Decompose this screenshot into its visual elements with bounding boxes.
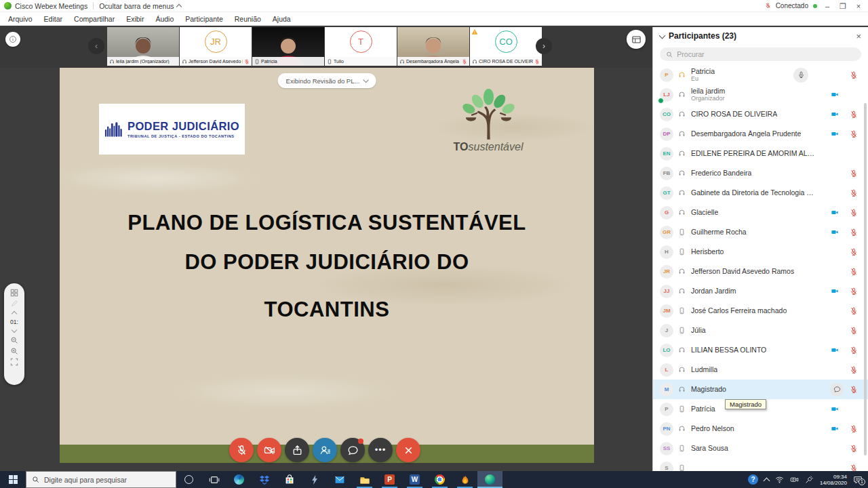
menu-ajuda[interactable]: Ajuda [273, 15, 291, 23]
chevron-down-icon [363, 77, 368, 82]
video-thumbnail[interactable]: TTulio [325, 27, 397, 66]
start-button[interactable] [0, 471, 26, 488]
participant-avatar: JM [660, 304, 673, 318]
participant-row[interactable]: GRGuilherme Rocha [653, 222, 868, 242]
menu-arquivo[interactable]: Arquivo [8, 15, 33, 23]
edge-button[interactable] [226, 471, 252, 488]
fullscreen-icon[interactable] [10, 358, 18, 366]
chat-button[interactable] [340, 438, 365, 462]
participant-row[interactable]: COCIRO ROSA DE OLIVEIRA [653, 104, 868, 124]
participants-search-input[interactable] [677, 50, 855, 58]
layout-grid-button[interactable] [627, 30, 646, 49]
participant-row[interactable]: ENEDILENE PEREIRA DE AMORIM ALFAIX NATAR… [653, 144, 868, 163]
action-center-button[interactable]: 1 [853, 475, 863, 485]
close-window-button[interactable]: × [853, 1, 864, 11]
taskbar-clock[interactable]: 09:3414/08/2020 [820, 474, 847, 486]
sharing-indicator-dropdown[interactable]: Exibindo Revisão do PL... [278, 73, 376, 88]
participant-avatar: S [660, 462, 673, 472]
start-video-button[interactable] [257, 438, 281, 462]
menu-exibir[interactable]: Exibir [126, 15, 144, 23]
participant-row[interactable]: GGlacielle [653, 203, 868, 222]
scroll-left-button[interactable]: ‹ [88, 38, 104, 54]
task-view-button[interactable] [201, 471, 226, 488]
participant-row[interactable]: DPDesembargadora Ângela Prudente [653, 124, 868, 144]
mic-muted-icon [534, 59, 540, 64]
participant-row[interactable]: PNPedro Nelson [653, 419, 868, 439]
participant-row[interactable]: HHerisberto [653, 242, 868, 262]
participant-row[interactable]: JRJefferson David Asevedo Ramos [653, 262, 868, 281]
menu-editar[interactable]: Editar [44, 15, 62, 23]
usb-connector-icon[interactable] [805, 475, 814, 484]
participant-row[interactable]: LJleila jardimOrganizador [653, 85, 868, 104]
meeting-control-bar: ••• [229, 438, 420, 462]
menu-participante[interactable]: Participante [185, 15, 222, 23]
panel-scrollbar[interactable] [864, 103, 867, 455]
video-thumbnail[interactable]: Desembargadora Ângela P... [397, 27, 469, 66]
next-slide-button[interactable] [12, 327, 17, 333]
meeting-info-button[interactable] [5, 32, 20, 47]
zoom-out-icon[interactable] [10, 347, 18, 355]
task-view-icon [209, 474, 220, 485]
participants-search[interactable] [660, 47, 861, 61]
minimize-button[interactable]: – [822, 1, 833, 11]
chat-with-participant-button[interactable] [830, 383, 844, 396]
collapse-panel-icon[interactable] [659, 32, 666, 39]
app-flame-button[interactable] [452, 471, 477, 488]
menu-reuniao[interactable]: Reunião [235, 15, 261, 23]
maximize-button[interactable]: ❐ [837, 1, 848, 11]
powerpoint-button[interactable]: P [377, 471, 402, 488]
chrome-button[interactable] [427, 471, 452, 488]
previous-slide-button[interactable] [12, 311, 17, 317]
participant-row[interactable]: LOLILIAN BESSA OLINTO [653, 340, 868, 360]
thumbnail-grid-icon[interactable] [10, 289, 18, 297]
share-content-button[interactable] [285, 438, 309, 462]
file-explorer-button[interactable] [352, 471, 377, 488]
more-options-button[interactable]: ••• [368, 438, 393, 462]
participant-name: Patrícia [691, 405, 715, 413]
dropbox-button[interactable] [252, 471, 277, 488]
leave-meeting-button[interactable] [396, 438, 420, 462]
participants-button[interactable] [313, 438, 337, 462]
taskbar-search[interactable] [26, 471, 176, 488]
participant-row[interactable]: MMagistrado [653, 380, 868, 399]
menu-audio[interactable]: Áudio [155, 15, 174, 23]
participant-row[interactable]: PPatriciaEu [653, 65, 868, 85]
video-thumbnail[interactable]: COCIRO ROSA DE OLIVEIRA [470, 27, 542, 66]
unmute-button[interactable] [229, 438, 254, 462]
taskbar-search-input[interactable] [44, 476, 170, 484]
app-lightning-button[interactable] [302, 471, 327, 488]
tosustentavel-logo: TOsustentável [434, 88, 542, 156]
camera-on-icon [830, 425, 841, 432]
menu-compartilhar[interactable]: Compartilhar [74, 15, 115, 23]
participant-avatar: P [660, 403, 673, 416]
video-thumbnail[interactable]: leila jardim (Organizador) [107, 27, 179, 66]
video-thumbnail[interactable]: Patrícia [252, 27, 324, 66]
participant-row[interactable]: JJúlia [653, 321, 868, 340]
tray-expand-icon[interactable] [764, 477, 770, 484]
wifi-icon[interactable] [775, 475, 784, 484]
webex-taskbar-button[interactable] [477, 471, 502, 488]
word-button[interactable]: W [402, 471, 427, 488]
participant-row[interactable]: JMJosé Carlos Ferreira machado [653, 301, 868, 321]
store-button[interactable] [277, 471, 302, 488]
participant-row[interactable]: GTGabinete da Diretoria de Tecnologia da… [653, 183, 868, 203]
mic-control-button[interactable] [793, 68, 808, 83]
close-panel-button[interactable]: × [856, 31, 861, 41]
help-tray-icon[interactable]: ? [748, 474, 758, 485]
participant-row[interactable]: FBFrederico Bandeira [653, 163, 868, 183]
participant-row[interactable]: S [653, 458, 868, 471]
participant-row[interactable]: LLudmilla [653, 360, 868, 380]
annotate-icon[interactable] [10, 300, 18, 308]
headset-icon [678, 130, 687, 138]
camera-on-icon [830, 209, 841, 216]
participant-row[interactable]: SSSara Sousa [653, 439, 868, 458]
headset-icon [678, 386, 687, 393]
participant-row[interactable]: JJJordan Jardim [653, 281, 868, 301]
camera-tray-icon[interactable] [790, 475, 799, 484]
scroll-right-button[interactable]: › [536, 38, 552, 54]
hide-menubar-toggle[interactable]: Ocultar barra de menus [99, 2, 180, 10]
mail-button[interactable] [327, 471, 352, 488]
video-thumbnail[interactable]: JRJefferson David Asevedo R... [180, 27, 252, 66]
zoom-in-icon[interactable] [10, 336, 18, 344]
cortana-button[interactable] [176, 471, 201, 488]
